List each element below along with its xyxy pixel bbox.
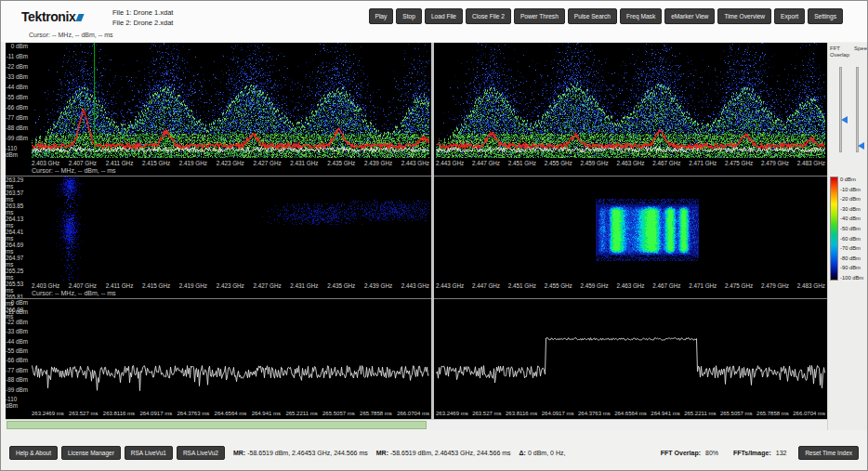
db-tick-label: 0 dBm [11, 43, 28, 49]
colorbar-tick-label: -90 dBm [840, 265, 863, 270]
time-tick-label: 264.941 ms [252, 411, 281, 416]
time-tick-label: 264.13 ms [6, 216, 28, 229]
statusbar-button[interactable]: RSA LiveVu2 [177, 446, 225, 460]
freq-tick-label: 2.459 GHz [581, 160, 609, 166]
time-tick-label: 264.6564 ms [614, 411, 647, 416]
time-tick-label: 265.5057 ms [322, 411, 355, 416]
freq-tick-label: 2.423 GHz [217, 282, 244, 289]
colorbar-tick-label: -30 dBm [840, 206, 863, 212]
freq-tick-label: 2.407 GHz [69, 160, 97, 166]
header-bar: Tektronix File 1: Drone 1.xdat File 2: D… [1, 1, 867, 42]
db-tick-label: -77 dBm [6, 367, 28, 373]
colorbar-tick-label: -60 dBm [840, 236, 863, 242]
freq-tick-label: 2.463 GHz [616, 282, 644, 289]
toolbar-button[interactable]: Freq Mask [620, 8, 662, 24]
statusbar-button[interactable]: RSA LiveVu1 [125, 446, 173, 460]
time-tick-label: 265.25 ms [6, 268, 28, 281]
time-tick-label: 266.0704 ms [793, 411, 825, 416]
time-axis-right: 263.2469 ms263.527 ms263.8116 ms264.0917… [436, 409, 825, 418]
speed-slider-handle[interactable] [854, 142, 864, 150]
statusbar-button[interactable]: License Manager [61, 446, 121, 460]
reset-time-index-button[interactable]: Reset Time Index [798, 446, 859, 460]
freq-axis-left-top: 2.403 GHz2.407 GHz2.411 GHz2.415 GHz2.41… [32, 158, 429, 167]
spectrogram-right-canvas[interactable] [436, 177, 825, 281]
freq-tick-label: 2.431 GHz [290, 282, 318, 289]
db-tick-label: -11 dBm [7, 308, 28, 315]
spectrum-db-axis: 0 dBm-11 dBm-22 dBm-33 dBm-44 dBm-55 dBm… [6, 43, 30, 158]
toolbar-button[interactable]: Play [369, 8, 394, 24]
db-tick-label: -99 dBm [6, 386, 28, 393]
file1-label: File 1: Drone 1.xdat [112, 7, 173, 18]
time-tick-label: 263.85 ms [6, 203, 28, 216]
freq-tick-label: 2.455 GHz [545, 282, 572, 289]
db-tick-label: -66 dBm [6, 357, 28, 363]
toolbar-button[interactable]: Settings [808, 8, 843, 24]
statusbar-right-group: FFT Overlap: 80% FFTs/Image: 132 Reset T… [661, 446, 859, 460]
spectrogram-left-canvas[interactable] [32, 177, 429, 281]
logo-accent-icon [76, 14, 85, 21]
db-tick-label: -44 dBm [6, 84, 28, 90]
freq-tick-label: 2.419 GHz [179, 282, 207, 289]
freq-tick-label: 2.483 GHz [797, 160, 825, 166]
colorbar-tick-label: -10 dBm [840, 187, 863, 192]
time-tick-label: 264.6564 ms [215, 411, 247, 416]
toolbar-button[interactable]: eMarker View [664, 8, 715, 24]
scrollbar-thumb[interactable] [7, 421, 427, 429]
freq-tick-label: 2.423 GHz [217, 160, 244, 166]
fft-overlap-slider-label: FFT Overlap [830, 46, 852, 59]
db-tick-label: -110 dBm [6, 145, 28, 158]
toolbar-button[interactable]: Time Overview [717, 8, 771, 24]
time-tick-label: 265.2211 ms [285, 411, 317, 416]
colorbar-tick-label: -40 dBm [840, 216, 863, 221]
cursor-readout-spectrum: Cursor: -- MHz, -- dBm, -- ms [29, 32, 113, 38]
freq-tick-label: 2.415 GHz [142, 160, 170, 166]
db-tick-label: -55 dBm [6, 94, 28, 100]
speed-slider[interactable] [856, 67, 859, 152]
right-sidebar: FFT Overlap Speed 0 dBm-10 dBm-20 dBm-30… [827, 43, 868, 430]
cursor-readout-spectrogram: Cursor: -- MHz, -- dBm, -- ms [32, 167, 116, 174]
toolbar-button[interactable]: Power Thresh [514, 8, 565, 24]
marker-label: MR: [233, 450, 245, 456]
freq-tick-label: 2.475 GHz [725, 160, 753, 166]
marker-readout-file2: MR:-58.6519 dBm, 2.46453 GHz, 244.566 ms [376, 450, 511, 456]
horizontal-scrollbar[interactable] [6, 419, 827, 430]
time-tick-label: 263.29 ms [6, 177, 28, 190]
toolbar-button[interactable]: Load File [425, 8, 463, 24]
status-bar: Help & AboutLicense ManagerRSA LiveVu1RS… [1, 436, 867, 470]
fft-overlap-readout-label: FFT Overlap: [661, 450, 701, 456]
toolbar-button[interactable]: Export [774, 8, 805, 24]
statusbar-buttons: Help & AboutLicense ManagerRSA LiveVu1RS… [9, 446, 225, 460]
time-tick-label: 263.57 ms [6, 190, 28, 203]
datavu-window: Tektronix File 1: Drone 1.xdat File 2: D… [0, 0, 868, 471]
toolbar: PlayStopLoad FileClose File 2Power Thres… [369, 8, 844, 24]
freq-tick-label: 2.415 GHz [142, 282, 170, 289]
time-tick-label: 264.0917 ms [139, 411, 172, 416]
freq-tick-label: 2.411 GHz [106, 160, 134, 166]
trace-right-canvas[interactable] [436, 299, 825, 409]
toolbar-button[interactable]: Stop [396, 8, 422, 24]
time-tick-label: 264.3763 ms [578, 411, 611, 416]
spectrum-left-canvas[interactable] [32, 43, 429, 158]
trace-left-canvas[interactable] [32, 299, 429, 409]
delta-value: 0 dBm, 0 Hz, [528, 450, 565, 456]
freq-tick-label: 2.479 GHz [761, 282, 789, 289]
spectrum-right-canvas[interactable] [436, 43, 825, 158]
statusbar-button[interactable]: Help & About [9, 446, 58, 460]
db-tick-label: -55 dBm [6, 347, 28, 354]
time-tick-label: 264.97 ms [6, 255, 28, 268]
tektronix-logo: Tektronix [21, 8, 83, 25]
fft-overlap-slider-handle[interactable] [837, 116, 848, 124]
marker-readout-file1: MR:-58.6519 dBm, 2.46453 GHz, 244.566 ms [233, 450, 368, 456]
toolbar-button[interactable]: Close File 2 [466, 8, 511, 24]
freq-tick-label: 2.459 GHz [581, 282, 609, 289]
logo-text: Tektronix [21, 9, 75, 24]
marker-value: -58.6519 dBm, 2.46453 GHz, 244.566 ms [390, 450, 511, 456]
freq-tick-label: 2.443 GHz [436, 282, 464, 289]
db-tick-label: 0 dBm [11, 299, 28, 306]
freq-tick-label: 2.419 GHz [179, 160, 207, 166]
freq-tick-label: 2.451 GHz [508, 160, 536, 166]
time-tick-label: 263.8116 ms [103, 411, 135, 416]
fft-overlap-slider[interactable] [839, 67, 842, 152]
fft-overlap-readout-value: 80% [705, 450, 718, 456]
toolbar-button[interactable]: Pulse Search [568, 8, 617, 24]
